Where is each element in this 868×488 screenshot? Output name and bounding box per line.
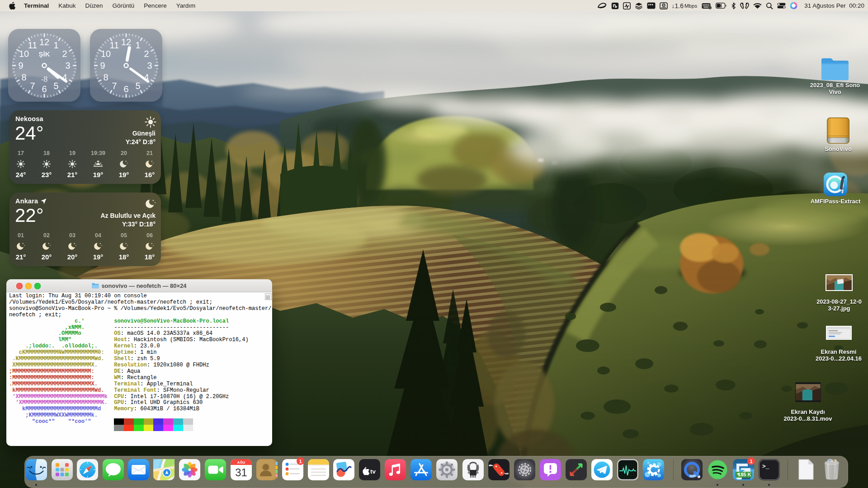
svg-text:10: 10 [19, 49, 29, 59]
svg-text:3: 3 [147, 61, 152, 70]
svg-text:1: 1 [53, 40, 58, 50]
svg-text:9: 9 [18, 61, 23, 70]
svg-text:10: 10 [101, 49, 111, 59]
svg-text:5: 5 [135, 81, 140, 91]
svg-text:12: 12 [121, 37, 131, 47]
svg-text:2: 2 [144, 49, 149, 59]
svg-text:8: 8 [103, 72, 108, 82]
svg-text:7: 7 [30, 81, 35, 91]
svg-text:11: 11 [28, 40, 38, 50]
svg-text:12: 12 [39, 37, 49, 47]
svg-text:-8: -8 [41, 75, 47, 84]
svg-text:7: 7 [112, 81, 117, 91]
svg-text:31: 31 [235, 466, 247, 479]
svg-text:>_: >_ [762, 463, 769, 470]
svg-text:6: 6 [123, 84, 128, 94]
svg-text:tv: tv [370, 468, 376, 475]
svg-text:AĞU: AĞU [237, 460, 245, 465]
svg-text:8: 8 [21, 72, 26, 82]
svg-text:6: 6 [42, 84, 47, 94]
svg-text:185 K: 185 K [738, 472, 751, 477]
svg-text:5: 5 [53, 81, 58, 91]
svg-text:2: 2 [62, 49, 67, 59]
svg-text:1: 1 [135, 40, 140, 50]
svg-text:3: 3 [65, 61, 70, 70]
svg-text:ŞİK: ŞİK [38, 50, 50, 58]
svg-text:9: 9 [100, 61, 105, 70]
svg-text:11: 11 [110, 40, 119, 50]
